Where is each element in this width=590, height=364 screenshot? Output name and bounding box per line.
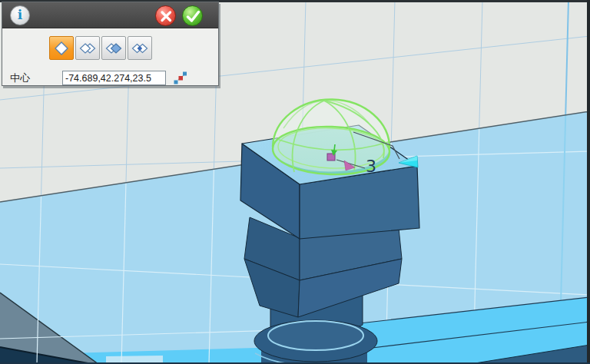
double-diamond-icon (78, 41, 97, 56)
info-icon[interactable]: i (10, 5, 30, 25)
dialog-titlebar[interactable]: i (2, 2, 218, 28)
point-mode-toolbar (49, 36, 152, 60)
center-field-label: 中心 (10, 71, 62, 85)
cancel-button[interactable] (155, 5, 176, 26)
mode-point-to-point-button[interactable] (101, 36, 126, 60)
diamond-pair-blue-icon (104, 41, 123, 56)
cancel-icon (156, 6, 177, 27)
confirm-button[interactable] (182, 5, 203, 26)
mode-two-points-button[interactable] (75, 36, 100, 60)
center-input[interactable] (62, 71, 166, 85)
info-glyph: i (18, 8, 22, 22)
diamond-icon (52, 41, 71, 56)
cad-viewport[interactable]: 3 i (0, 0, 590, 364)
mode-single-point-button[interactable] (49, 36, 74, 60)
point-input-dialog: i (2, 2, 219, 86)
point-picker-icon[interactable] (173, 71, 188, 85)
mode-between-points-button[interactable] (128, 36, 152, 60)
dimension-label: 3 (366, 157, 376, 176)
center-field-row: 中心 (10, 71, 188, 85)
diamond-midpoint-icon (131, 41, 149, 56)
confirm-icon (183, 6, 204, 27)
